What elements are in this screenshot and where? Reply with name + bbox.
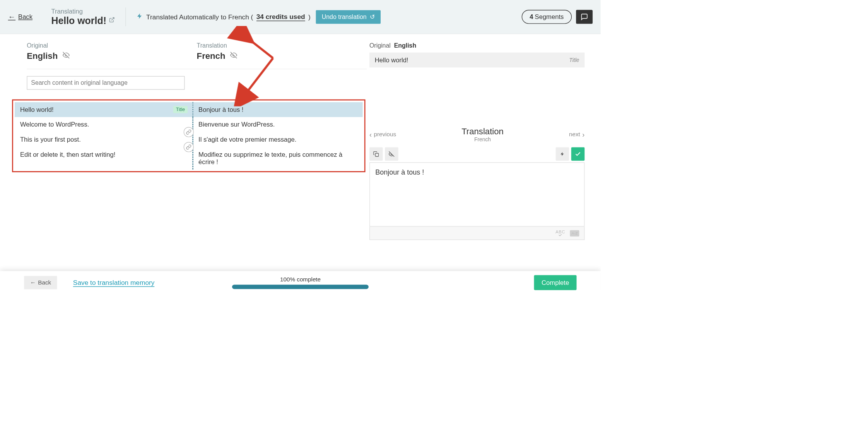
translation-textarea[interactable]: Bonjour à tous ! <box>369 162 584 226</box>
translation-heading: Translation <box>396 127 569 137</box>
progress-wrap: 100% complete <box>232 276 369 289</box>
undo-icon: ↺ <box>370 13 375 21</box>
original-lang: English <box>27 51 58 61</box>
right-original-lang: English <box>394 42 416 49</box>
bolt-icon <box>137 12 143 21</box>
left-panel: Original English Translation French <box>0 42 367 271</box>
title-text: Hello world! <box>51 15 106 26</box>
svg-rect-3 <box>375 153 378 156</box>
eye-off-icon[interactable] <box>63 51 70 60</box>
translation-lang: French <box>197 51 226 61</box>
external-link-icon[interactable] <box>109 17 115 24</box>
segment-translation: Il s'agit de votre premier message. <box>193 132 362 147</box>
previous-label: previous <box>374 131 396 138</box>
segment-row[interactable]: Hello world!TitleBonjour à tous ! <box>15 102 363 117</box>
back-label: Back <box>18 13 32 21</box>
search-input[interactable] <box>27 76 185 90</box>
credits-used: 34 credits used <box>256 13 305 21</box>
title-block: Translating Hello world! <box>51 7 126 26</box>
progress-label: 100% complete <box>280 276 321 283</box>
undo-translation-button[interactable]: Undo translation ↺ <box>316 10 381 24</box>
segment-original: Hello world!Title <box>15 102 192 117</box>
original-text: Hello world! <box>375 56 408 63</box>
segments-label: Segments <box>535 13 564 21</box>
bolt-icon[interactable] <box>556 147 569 161</box>
editor-footer: ABC A-Z <box>369 226 584 240</box>
original-text-box: Hello world! Title <box>369 53 584 68</box>
footer-back-button[interactable]: ← Back <box>24 276 57 290</box>
translation-lang-header: Translation French <box>197 42 367 61</box>
footer-bar: ← Back Save to translation memory 100% c… <box>0 271 601 294</box>
glossary-icon[interactable]: A-Z <box>570 230 579 236</box>
segment-translation: Modifiez ou supprimez le texte, puis com… <box>193 147 362 170</box>
title-tag: Title <box>569 57 579 63</box>
page-title: Hello world! <box>51 15 115 26</box>
accept-button[interactable] <box>571 147 585 161</box>
title-badge: Title <box>173 106 188 113</box>
segments-count: 4 <box>530 13 533 21</box>
auto-translate-message: Translated Automatically to French (34 c… <box>137 12 311 21</box>
link-icon[interactable] <box>184 142 194 152</box>
complete-button[interactable]: Complete <box>534 275 577 290</box>
next-label: next <box>569 131 580 138</box>
chevron-right-icon: › <box>582 130 584 139</box>
segment-translation: Bienvenue sur WordPress. <box>193 117 362 132</box>
arrow-left-icon: ← <box>30 279 36 286</box>
next-button[interactable]: next › <box>569 130 584 139</box>
header-bar: ← Back Translating Hello world! Translat… <box>0 0 601 34</box>
chevron-left-icon: ‹ <box>369 130 372 139</box>
translation-label: Translation <box>197 42 367 50</box>
translation-text: Bonjour à tous ! <box>375 168 424 177</box>
back-link[interactable]: ← Back <box>8 13 32 21</box>
segment-original: Welcome to WordPress. <box>15 117 192 132</box>
segment-original: This is your first post. <box>15 132 192 147</box>
segment-original: Edit or delete it, then start writing! <box>15 147 192 170</box>
spellcheck-icon[interactable]: ABC <box>555 230 565 236</box>
segment-translation: Bonjour à tous ! <box>193 102 362 117</box>
undo-label: Undo translation <box>322 13 367 21</box>
original-label: Original <box>27 42 196 50</box>
right-panel: Original English Hello world! Title ‹ pr… <box>367 42 601 271</box>
previous-button[interactable]: ‹ previous <box>369 130 396 139</box>
svg-line-0 <box>111 17 114 20</box>
chat-button[interactable] <box>576 10 593 24</box>
progress-bar <box>232 285 369 289</box>
save-translation-memory-link[interactable]: Save to translation memory <box>73 278 155 286</box>
auto-msg-suffix: ) <box>308 13 311 21</box>
segments-box: Hello world!TitleBonjour à tous !Welcome… <box>12 99 365 172</box>
footer-back-label: Back <box>38 279 51 286</box>
copy-icon[interactable] <box>369 147 383 161</box>
auto-msg-prefix: Translated Automatically to French ( <box>146 13 253 21</box>
arrow-left-icon: ← <box>8 13 15 21</box>
translation-heading-block: Translation French <box>396 127 569 143</box>
right-original-label: Original English <box>369 42 584 50</box>
eye-off-icon[interactable] <box>230 51 237 60</box>
eye-off-icon[interactable] <box>385 147 398 161</box>
segments-pill[interactable]: 4 Segments <box>521 10 572 24</box>
link-icon[interactable] <box>184 127 194 137</box>
translation-heading-lang: French <box>396 136 569 142</box>
title-overline: Translating <box>51 7 115 15</box>
original-lang-header: Original English <box>27 42 196 61</box>
segment-row[interactable]: Welcome to WordPress.Bienvenue sur WordP… <box>15 117 363 132</box>
